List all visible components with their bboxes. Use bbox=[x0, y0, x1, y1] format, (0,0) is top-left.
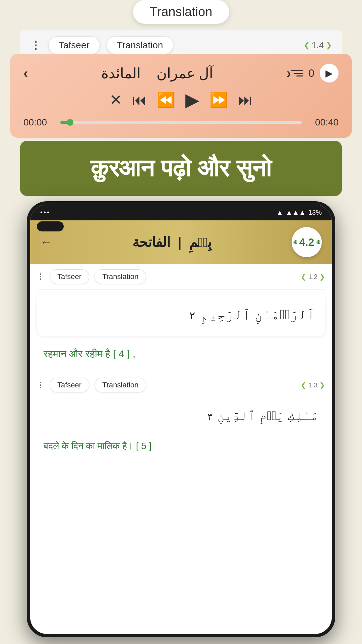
quran-header: ← بِسۡمِ | الفاتحة 4.2 bbox=[30, 220, 332, 264]
play-right-button[interactable]: ▶ bbox=[320, 64, 339, 83]
verse1-translation-btn[interactable]: Translation bbox=[95, 269, 146, 284]
player-controls: ✕ ⏮ ⏪ ▶ ⏩ ⏭ bbox=[23, 89, 339, 110]
play-right-icon: ▶ bbox=[325, 68, 333, 79]
status-dots: ••• bbox=[40, 209, 50, 216]
verse1-tafseer-row: ⋮ Tafseer Translation ❮ 1.2 ❯ bbox=[37, 264, 325, 290]
verse1-translation: रहमान और रहीम है [ 4 ] , bbox=[37, 339, 325, 369]
verse2-more-options[interactable]: ⋮ bbox=[37, 381, 44, 389]
rating-value: 4.2 bbox=[299, 236, 314, 249]
verse1-speed-left: ❮ bbox=[301, 273, 306, 280]
verse2-speed-val: 1.3 bbox=[308, 381, 318, 389]
player-right-controls: 0 ▶ bbox=[291, 64, 339, 83]
camera-notch bbox=[37, 221, 64, 231]
verse2-num: ٣ bbox=[207, 412, 214, 422]
surah-name-display: آل عمران المائدة bbox=[28, 65, 287, 82]
verse1-tafseer-btn[interactable]: Tafseer bbox=[50, 269, 89, 284]
play-button[interactable]: ▶ bbox=[185, 89, 199, 110]
verse1-more-options[interactable]: ⋮ bbox=[37, 272, 44, 281]
surah-next-arrow[interactable]: › bbox=[287, 66, 291, 81]
next-surah: المائدة bbox=[101, 65, 141, 81]
status-icons: ▲ ▲▲▲ 13% bbox=[277, 209, 322, 216]
speed-left-icon: ❮ bbox=[304, 41, 310, 50]
prev-surah: آل عمران bbox=[157, 65, 214, 81]
top-section: Translation ⋮ Tafseer Translation ❮ 1.4 … bbox=[0, 0, 362, 131]
verse2-tafseer-row: ⋮ Tafseer Translation ❮ 1.3 ❯ bbox=[37, 372, 325, 398]
more-options-icon[interactable]: ⋮ bbox=[30, 39, 42, 52]
back-button[interactable]: ← bbox=[40, 235, 52, 249]
verse2-translation-btn[interactable]: Translation bbox=[95, 378, 146, 392]
verse1-num: ٢ bbox=[189, 310, 196, 322]
surah-name-header: الفاتحة bbox=[132, 235, 170, 250]
surah-prev-arrow[interactable]: ‹ bbox=[23, 66, 28, 81]
time-start: 00:00 bbox=[23, 117, 54, 128]
translation-bubble-top-label: Translation bbox=[150, 5, 213, 19]
progress-section: 00:00 00:40 bbox=[23, 117, 339, 128]
speed-control-top[interactable]: ❮ 1.4 ❯ bbox=[304, 40, 332, 51]
phone-mockup: ••• ▲ ▲▲▲ 13% ← بِسۡمِ | الفاتحة 4.2 ⋮ bbox=[27, 201, 335, 637]
header-surah-name: بِسۡمِ | الفاتحة bbox=[52, 234, 292, 250]
banner-text: क़ुरआन पढ़ो और सुनो bbox=[90, 155, 271, 181]
translation-button-top[interactable]: Translation bbox=[107, 36, 173, 54]
verse1-arabic-card: ٱلرَّحۡمَـٰنِ ٱلرَّحِيمِ ٢ bbox=[37, 293, 325, 336]
status-bar: ••• ▲ ▲▲▲ 13% bbox=[30, 205, 332, 220]
progress-dot bbox=[67, 119, 73, 126]
verse1-speed[interactable]: ❮ 1.2 ❯ bbox=[301, 273, 325, 281]
bismillah-text: بِسۡمِ bbox=[189, 235, 212, 250]
rating-badge: 4.2 bbox=[292, 227, 322, 257]
audio-player-card: ‹ آل عمران المائدة › 0 ▶ bbox=[10, 54, 352, 138]
speed-right-icon: ❯ bbox=[326, 41, 332, 50]
signal-icon: ▲▲▲ bbox=[286, 209, 306, 216]
skip-next-button[interactable]: ⏭ bbox=[238, 92, 253, 108]
verse1-speed-val: 1.2 bbox=[308, 273, 318, 280]
verse2-translation: बदले के दिन का मालिक है। [ 5 ] bbox=[37, 433, 325, 459]
surah-nav: ‹ آل عمران المائدة › 0 ▶ bbox=[23, 64, 339, 83]
rewind-button[interactable]: ⏪ bbox=[157, 91, 175, 109]
verse2-arabic-text: مَـٰلِكِ يَوۡمِ ٱلدِّينِ ٣ bbox=[37, 398, 325, 433]
verse1-arabic-text: ٱلرَّحۡمَـٰنِ ٱلرَّحِيمِ ٢ bbox=[189, 307, 315, 322]
phone-screen: ••• ▲ ▲▲▲ 13% ← بِسۡمِ | الفاتحة 4.2 ⋮ bbox=[30, 205, 332, 634]
time-end: 00:40 bbox=[308, 117, 339, 128]
verse2-speed-left: ❮ bbox=[301, 381, 306, 389]
fast-forward-button[interactable]: ⏩ bbox=[209, 91, 228, 109]
verse2-section: ⋮ Tafseer Translation ❮ 1.3 ❯ مَـٰلِكِ ي… bbox=[37, 372, 325, 459]
battery-percent: 13% bbox=[308, 209, 322, 216]
verse2-speed-right: ❯ bbox=[319, 381, 325, 389]
tafseer-button-top[interactable]: Tafseer bbox=[48, 36, 100, 54]
verse1-speed-right: ❯ bbox=[319, 273, 325, 280]
verse2-speed[interactable]: ❮ 1.3 ❯ bbox=[301, 381, 325, 389]
wifi-icon: ▲ bbox=[277, 209, 283, 216]
skip-prev-button[interactable]: ⏮ bbox=[132, 92, 147, 108]
verse2-tafseer-btn[interactable]: Tafseer bbox=[50, 378, 89, 392]
speed-value-top: 1.4 bbox=[312, 40, 324, 51]
green-banner: क़ुरआन पढ़ो और सुनो bbox=[20, 141, 342, 196]
verse1-translation-text: रहमान और रहीम है [ 4 ] , bbox=[44, 348, 135, 359]
close-button[interactable]: ✕ bbox=[110, 91, 122, 108]
filter-icon[interactable] bbox=[291, 70, 303, 76]
count-badge: 0 bbox=[308, 67, 314, 79]
verse-container: ⋮ Tafseer Translation ❮ 1.2 ❯ ٱلرَّحۡمَـ… bbox=[30, 264, 332, 633]
verse2-translation-text: बदले के दिन का मालिक है। [ 5 ] bbox=[44, 441, 152, 451]
translation-bubble-top: Translation bbox=[133, 0, 229, 24]
progress-bar[interactable] bbox=[60, 121, 302, 124]
